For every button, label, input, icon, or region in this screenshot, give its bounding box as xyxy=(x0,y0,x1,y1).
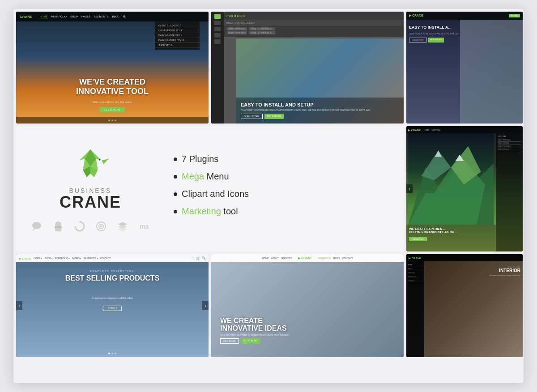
menu-item-3[interactable]: HOME / PORTFOLIO xyxy=(226,31,247,34)
main-content: PORTFOLIO HOME / VERTICAL SLIDER HOME / … xyxy=(224,12,404,124)
cta-button[interactable]: CLICK HERE xyxy=(100,107,125,112)
logo-text: BUSINESS CRANE xyxy=(60,187,121,210)
interior-sub: Find the best interior design collection… xyxy=(490,274,520,277)
thumbnail-top-right[interactable]: ▶ CRANE HOME EASY TO INSTALL A... LAYERS… xyxy=(406,12,523,124)
nav-items: HOME PORTFOLIO SHOP PAGES ELEMENTS BLOG … xyxy=(39,15,126,18)
sidebar-item-1[interactable]: HOME / PORTFOLIO xyxy=(498,139,521,142)
search-icon[interactable]: 🔍 xyxy=(202,256,206,260)
dropdown-item-3[interactable]: DARK HEADER STYLE xyxy=(155,33,200,38)
details-btn[interactable]: DETAILS xyxy=(103,306,122,311)
hero-headline-bl: BEST SELLING PRODUCTS xyxy=(16,274,209,282)
sidebar-item-3[interactable]: HOME / PORTFOLIO xyxy=(498,145,521,148)
nav-item-blog[interactable]: BLOG xyxy=(112,15,120,18)
dropdown-item-5[interactable]: SHOP STYLE xyxy=(155,43,200,48)
nav-item-home[interactable]: HOME xyxy=(39,15,47,18)
sidebar-portfolio[interactable]: PORTFOLIO xyxy=(408,275,422,279)
btn-history-mr[interactable]: OUR HISTORY xyxy=(409,237,427,241)
sidebar-left-br: HOME ABOUT SERVICES PORTFOLIO CONTACT xyxy=(406,261,424,357)
sidebar-icon-2[interactable] xyxy=(214,21,221,25)
nav-item-pages[interactable]: PAGES xyxy=(81,15,90,18)
sidebar-icon-3[interactable] xyxy=(214,27,221,31)
nav-item-portfolio[interactable]: PORTFOLIO xyxy=(51,15,67,18)
hero-image: EASY TO INSTALL AND SETUP AS A TRUSTED P… xyxy=(236,38,404,124)
nav-news-bm[interactable]: NEWS xyxy=(333,257,340,260)
nav-about-bm[interactable]: ABOUT xyxy=(271,257,279,260)
sidebar-item-4[interactable]: HOME / VERTICAL xyxy=(498,148,521,151)
breadcrumb-text: HOME / VERTICAL SLIDER xyxy=(226,21,255,24)
feature-text-marketing: Marketing tool xyxy=(182,206,238,217)
dropdown-item-1[interactable]: CLIENT BUILD STYLE xyxy=(155,23,200,28)
plugin-icon-ma: ma xyxy=(137,219,151,234)
interior-overlay: DESIGN INTERIOR Find the best interior d… xyxy=(490,266,520,277)
nav-elements-bl[interactable]: ELEMENTS ▾ xyxy=(84,257,98,260)
nav-contact-bm[interactable]: CONTACT xyxy=(342,257,353,260)
feature-clipart: Clipart and Icons xyxy=(174,189,390,199)
nav-contact-bl[interactable]: CONTACT xyxy=(100,257,111,260)
btn-buy-tr[interactable]: BUY FOR $59 xyxy=(428,38,444,43)
nav-search[interactable]: 🔍 xyxy=(123,15,126,18)
nav-home-bl[interactable]: HOME ▾ xyxy=(34,257,42,260)
sidebar-icon-4[interactable] xyxy=(214,33,221,38)
nav-item-shop[interactable]: SHOP xyxy=(70,15,78,18)
bullet-3 xyxy=(174,192,177,196)
sidebar-item-2[interactable]: HOME / VERTICAL xyxy=(498,142,521,145)
plugin-icon-refresh xyxy=(72,219,87,234)
menu-item-4[interactable]: HOME + 3 / VERTICAL SL... xyxy=(249,31,275,34)
sub-menu: HOME / PORTFOLIO HOME + 1 / VERTICAL SL.… xyxy=(224,26,404,37)
arrow-right-bl[interactable]: › xyxy=(202,301,209,310)
arrow-left-bl[interactable]: ‹ xyxy=(16,301,22,310)
arrow-left-mr[interactable]: ‹ xyxy=(406,184,413,193)
menu-item-1[interactable]: HOME / PORTFOLIO xyxy=(226,27,247,30)
mountain-scene xyxy=(406,133,496,225)
hero-subtext-bl: Complimentary shipping on all first orde… xyxy=(16,297,209,299)
menu-item-2[interactable]: HOME + 1 / VERTICAL SL... xyxy=(249,27,275,30)
btn-buy[interactable]: BUY FOR $59 xyxy=(264,114,284,119)
btn-more-bm[interactable]: OUR MORE xyxy=(220,338,239,344)
thumbnail-middle-right[interactable]: ▶ CRANE HOME • VERTICAL xyxy=(406,126,523,251)
sidebar-about[interactable]: ABOUT xyxy=(408,267,422,271)
nav-item-elements[interactable]: ELEMENTS xyxy=(94,15,108,18)
btn-history-tr[interactable]: OUR HISTORY xyxy=(409,38,427,43)
nav-home-bm[interactable]: HOME xyxy=(262,257,269,260)
sidebar-services[interactable]: SERVICES xyxy=(408,271,422,275)
nav-services-bm[interactable]: SERVICES xyxy=(281,257,292,260)
dot-2 xyxy=(111,119,113,121)
logo-section: BUSINESS CRANE xyxy=(30,144,151,234)
bullet-2 xyxy=(174,175,177,179)
btn-history[interactable]: OUR HISTORY xyxy=(241,114,263,119)
main-content-br: DESIGN INTERIOR Find the best interior d… xyxy=(424,261,523,357)
hero-overlay-mr: We Craft Experien...Helping Brands Speak… xyxy=(406,225,496,251)
hero-title-bm: WE CREATEINNOVATIVE IDEAS xyxy=(220,317,290,332)
nav-portfolio-bl[interactable]: PORTFOLIO ▾ xyxy=(55,257,70,260)
dropdown-item-2[interactable]: LIGHT HEADER STYLE xyxy=(155,28,200,33)
thumbnail-bottom-left[interactable]: ▶ CRANE HOME ▾ SHOP ▾ PORTFOLIO ▾ PAGES … xyxy=(16,254,209,357)
thumbnail-top-middle[interactable]: PORTFOLIO HOME / VERTICAL SLIDER HOME / … xyxy=(211,12,404,124)
hero-title-mr: We Craft Experien...Helping Brands Speak… xyxy=(409,227,493,234)
nav-v-mr[interactable]: • VERTICAL xyxy=(431,129,441,131)
button-row: OUR HISTORY BUY FOR $59 xyxy=(241,114,399,119)
thumbnail-top-left[interactable]: CRANE HOME PORTFOLIO SHOP PAGES ELEMENTS… xyxy=(16,12,209,124)
nav-logo: CRANE xyxy=(20,15,32,19)
nav-pages-bl[interactable]: PAGES ▾ xyxy=(72,257,81,260)
main-container: CRANE HOME PORTFOLIO SHOP PAGES ELEMENTS… xyxy=(13,9,524,383)
nav-bar-br: ▶ CRANE xyxy=(406,254,523,261)
cart-icon[interactable]: 🛒 xyxy=(196,256,200,260)
wishlist-icon[interactable]: ♡ xyxy=(192,256,194,260)
thumbnail-bottom-middle[interactable]: HOME ABOUT SERVICES ▶ CRANE PORTFOLIO NE… xyxy=(211,254,404,357)
nav-home-mr[interactable]: HOME xyxy=(424,129,429,131)
svg-point-5 xyxy=(99,159,100,160)
sidebar-icon-5[interactable] xyxy=(214,39,221,44)
nav-icons-bl: ♡ 🛒 🔍 xyxy=(192,256,206,260)
thumbnail-bottom-right[interactable]: ▶ CRANE HOME ABOUT SERVICES PORTFOLIO CO… xyxy=(406,254,523,357)
nav-bar-tr: ▶ CRANE HOME xyxy=(406,12,523,20)
sidebar-icon-1[interactable] xyxy=(214,14,221,19)
dropdown-item-4[interactable]: DARK HEADER 2 STYLE xyxy=(155,38,200,43)
nav-home-btn[interactable]: HOME xyxy=(509,14,520,17)
features-section: 7 Plugins Mega Menu Clipart and Icons Ma… xyxy=(165,154,390,224)
nav-shop-bl[interactable]: SHOP ▾ xyxy=(44,257,52,260)
sidebar-home[interactable]: HOME xyxy=(408,263,422,267)
nav-portfolio-bm[interactable]: PORTFOLIO xyxy=(318,257,331,260)
sidebar-contact[interactable]: CONTACT xyxy=(408,279,422,283)
svg-rect-9 xyxy=(55,226,62,228)
btn-buy-bm[interactable]: BUY FOR $59 xyxy=(241,338,260,344)
